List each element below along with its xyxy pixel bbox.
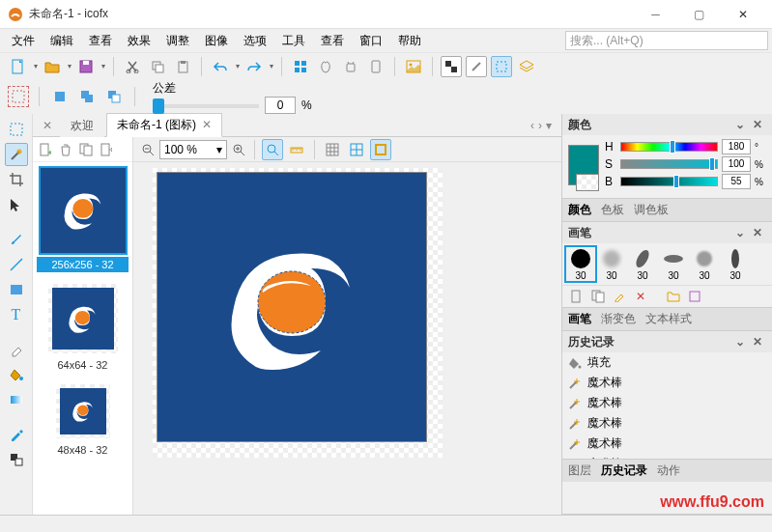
- maximize-button[interactable]: ▢: [677, 0, 721, 29]
- line-tool[interactable]: [5, 253, 28, 276]
- brush-tool[interactable]: [5, 228, 28, 251]
- background-color[interactable]: [576, 174, 599, 191]
- menu-options[interactable]: 选项: [236, 31, 274, 51]
- android-icon[interactable]: [340, 56, 361, 77]
- hue-slider[interactable]: [620, 142, 718, 152]
- brush-delete[interactable]: ✕: [632, 288, 649, 305]
- image-icon[interactable]: [403, 56, 424, 77]
- menu-tools[interactable]: 工具: [274, 31, 313, 51]
- history-tab-layers[interactable]: 图层: [568, 462, 591, 479]
- move-tool[interactable]: [5, 193, 28, 216]
- close-icon[interactable]: ✕: [753, 226, 766, 239]
- bri-value[interactable]: 55: [722, 174, 751, 189]
- chevron-down-icon[interactable]: ▾: [236, 62, 240, 70]
- sat-slider[interactable]: [620, 159, 718, 169]
- brush-tab-brush[interactable]: 画笔: [568, 311, 591, 327]
- tab-next[interactable]: ›: [538, 119, 542, 132]
- tab-document[interactable]: 未命名-1 (图标)✕: [106, 113, 222, 137]
- grid-button[interactable]: [322, 139, 343, 160]
- apple-icon[interactable]: [315, 56, 336, 77]
- magic-wand-tool[interactable]: [5, 143, 28, 166]
- sat-value[interactable]: 100: [722, 156, 751, 172]
- menu-view[interactable]: 查看: [81, 31, 120, 51]
- brush-tab-text[interactable]: 文本样式: [645, 311, 692, 327]
- zoom-combo[interactable]: 100 %▾: [159, 140, 227, 159]
- history-tab-actions[interactable]: 动作: [657, 462, 680, 479]
- redo-button[interactable]: [243, 56, 265, 77]
- chevron-down-icon[interactable]: ▾: [270, 62, 273, 70]
- paste-button[interactable]: [172, 56, 193, 77]
- guides-button[interactable]: [346, 139, 367, 160]
- size-item[interactable]: 256x256 - 32: [33, 162, 132, 278]
- brush-preset[interactable]: 30: [690, 247, 719, 281]
- size-item[interactable]: 48x48 - 32: [33, 378, 132, 463]
- history-item[interactable]: 魔术棒: [562, 373, 772, 393]
- tab-prev[interactable]: ‹: [530, 119, 534, 132]
- brush-dup[interactable]: [589, 288, 607, 305]
- menu-window[interactable]: 窗口: [352, 31, 390, 51]
- bounds-button[interactable]: [370, 139, 391, 160]
- eraser-tool[interactable]: [5, 338, 28, 361]
- search-input[interactable]: 搜索... (Alt+Q): [565, 31, 768, 50]
- duplicate-button[interactable]: [77, 141, 95, 158]
- brush-preset[interactable]: 30: [566, 247, 595, 281]
- tab-welcome[interactable]: 欢迎: [60, 114, 104, 137]
- color-tab-palette[interactable]: 调色板: [634, 202, 669, 218]
- brush-preset[interactable]: 30: [721, 247, 750, 281]
- tab-list[interactable]: ▾: [546, 119, 552, 132]
- brush-open[interactable]: [665, 288, 682, 305]
- chevron-down-icon[interactable]: ▾: [101, 62, 105, 70]
- close-icon[interactable]: ✕: [753, 335, 766, 349]
- windows-icon[interactable]: [290, 56, 311, 77]
- gradient-tool[interactable]: [5, 388, 28, 411]
- menu-view2[interactable]: 查看: [313, 31, 352, 51]
- crop-tool[interactable]: [5, 168, 28, 191]
- text-tool[interactable]: T: [5, 303, 28, 326]
- save-button[interactable]: [75, 56, 97, 77]
- history-item[interactable]: 魔术棒: [562, 413, 772, 434]
- chevron-down-icon[interactable]: ▾: [68, 62, 71, 70]
- add-size-button[interactable]: [37, 141, 54, 158]
- brush-edit[interactable]: [611, 288, 628, 305]
- brush-tab-gradient[interactable]: 渐变色: [601, 311, 636, 327]
- menu-help[interactable]: 帮助: [390, 31, 429, 51]
- undo-button[interactable]: [210, 56, 231, 77]
- canvas-image[interactable]: [157, 172, 427, 442]
- history-item[interactable]: 填充: [562, 352, 772, 373]
- minimize-button[interactable]: ─: [634, 0, 677, 29]
- tab-close-panel[interactable]: ✕: [37, 115, 58, 136]
- layers-icon[interactable]: [516, 56, 537, 77]
- new-button[interactable]: [8, 56, 29, 77]
- brush-new[interactable]: [568, 288, 586, 305]
- copy-button[interactable]: [147, 56, 168, 77]
- eyedropper-tool[interactable]: [5, 423, 28, 446]
- export-button[interactable]: [98, 141, 115, 158]
- chevron-down-icon[interactable]: ⌄: [735, 226, 749, 239]
- color-swap-tool[interactable]: [5, 448, 28, 471]
- sel-mode-new[interactable]: [49, 86, 71, 107]
- phone-icon[interactable]: [365, 56, 386, 77]
- size-item[interactable]: 64x64 - 32: [33, 278, 132, 378]
- pencil-grid-icon[interactable]: [466, 56, 487, 77]
- brush-preset[interactable]: 30: [628, 247, 657, 281]
- selection-mode-icon[interactable]: [491, 56, 512, 77]
- tolerance-value[interactable]: 0: [265, 97, 296, 114]
- menu-effects[interactable]: 效果: [120, 31, 158, 51]
- menu-adjust[interactable]: 调整: [158, 31, 197, 51]
- ruler-button[interactable]: [286, 139, 307, 160]
- menu-image[interactable]: 图像: [197, 31, 236, 51]
- fill-tool[interactable]: [5, 363, 28, 386]
- close-button[interactable]: ✕: [721, 0, 764, 29]
- brush-preset[interactable]: 30: [659, 247, 688, 281]
- close-icon[interactable]: ✕: [202, 118, 212, 131]
- rect-tool[interactable]: [5, 278, 28, 301]
- chevron-down-icon[interactable]: ⌄: [735, 118, 749, 131]
- history-item[interactable]: 魔术棒: [562, 393, 772, 413]
- delete-size-button[interactable]: [57, 141, 74, 158]
- history-tab-history[interactable]: 历史记录: [601, 462, 647, 479]
- brush-save[interactable]: [686, 288, 703, 305]
- zoom-out-button[interactable]: [139, 141, 157, 158]
- close-icon[interactable]: ✕: [753, 118, 766, 131]
- zoom-tool-button[interactable]: [262, 139, 283, 160]
- grid-a-icon[interactable]: [441, 56, 462, 77]
